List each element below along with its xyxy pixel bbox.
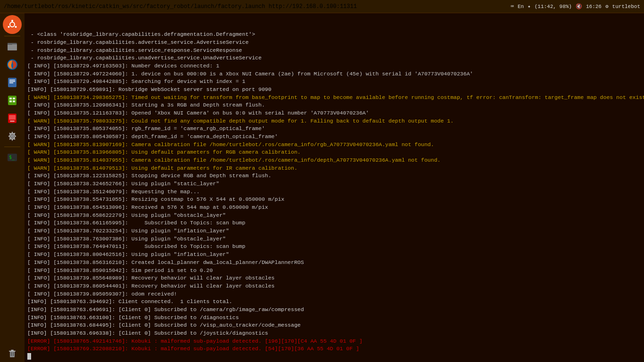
terminal-line: [ WARN] [1580138735.813907169]: Camera c…	[27, 141, 641, 149]
terminal-cursor-line	[27, 353, 641, 361]
sidebar-icon-files[interactable]	[3, 38, 22, 55]
terminal-line: [INFO] [1580138763.394692]: Client conne…	[27, 298, 641, 306]
terminal-line: [INFO] [1580138729.659891]: Rosbridge We…	[27, 86, 641, 94]
terminal-line: [ INFO] [1580138738.763007386]: Using pl…	[27, 235, 641, 243]
terminal-line: [ WARN] [1580138735.814079513]: Using de…	[27, 165, 641, 173]
svg-point-21	[10, 134, 14, 138]
terminal-line: [ INFO] [1580138738.702233254]: Using pl…	[27, 227, 641, 235]
sidebar-icon-libreoffice-calc[interactable]	[3, 92, 22, 109]
terminal-line: [ INFO] [1580138735.120986341]: Starting…	[27, 101, 641, 109]
terminal-line: [ INFO] [1580138739.855648989]: Recovery…	[27, 274, 641, 282]
terminal-line: [ WARN] [1580138735.813966805]: Using de…	[27, 148, 641, 156]
terminal-line: [INFO] [1580138763.649691]: [Client 0] S…	[27, 306, 641, 314]
sidebar: $_	[0, 13, 25, 362]
svg-rect-13	[8, 96, 17, 105]
svg-rect-17	[13, 100, 15, 102]
svg-rect-27	[11, 352, 12, 356]
terminal-line: [ INFO] [1580138739.895059307]: odom rec…	[27, 290, 641, 298]
mute-icon: 🔇	[576, 3, 582, 9]
sidebar-divider-2	[4, 147, 20, 147]
titlebar-title: /home/turtlebot/ros/kinetic/catkin_ws/sr…	[4, 3, 357, 10]
terminal-line: [ INFO] [1580138738.654513096]: Received…	[27, 204, 641, 212]
svg-rect-7	[8, 43, 12, 45]
terminal-line: [ INFO] [1580138729.498442885]: Searchin…	[27, 78, 641, 86]
svg-rect-24	[10, 351, 15, 357]
terminal-line: [ INFO] [1580138735.121163783]: Opened '…	[27, 109, 641, 117]
terminal-line: [ INFO] [1580138738.324652766]: Using pl…	[27, 180, 641, 188]
sidebar-icon-firefox[interactable]	[3, 56, 22, 73]
terminal-line: [ INFO] [1580138729.497163503]: Number d…	[27, 62, 641, 70]
titlebar: /home/turtlebot/ros/kinetic/catkin_ws/sr…	[0, 0, 644, 13]
svg-point-2	[11, 20, 13, 22]
terminal-line: - rosbridge_library.capabilities.service…	[27, 47, 641, 55]
terminal-window[interactable]: - <class 'rosbridge_library.capabilities…	[25, 13, 644, 362]
keyboard-icon: ⌨	[511, 3, 514, 9]
svg-point-4	[8, 26, 10, 28]
svg-rect-26	[11, 350, 14, 351]
terminal-cursor	[27, 353, 31, 360]
svg-rect-15	[13, 98, 15, 99]
terminal-line: [INFO] [1580138763.663100]: [Client 0] S…	[27, 314, 641, 322]
sidebar-icon-libreoffice-writer[interactable]	[3, 74, 22, 91]
battery-indicator: (11:42, 98%)	[535, 4, 572, 9]
settings-icon: ⚙	[605, 3, 609, 9]
terminal-line: [INFO] [1580138763.684495]: [Client 0] S…	[27, 321, 641, 329]
terminal-line: [ INFO] [1580138738.800462516]: Using pl…	[27, 251, 641, 259]
svg-rect-11	[9, 81, 15, 82]
terminal-line: [ INFO] [1580138738.661165995]: Subscrib…	[27, 219, 641, 227]
terminal-line: [ERROR] [1580138769.322088210]: Kobuki :…	[27, 345, 641, 353]
svg-point-3	[15, 26, 17, 28]
sidebar-divider-1	[4, 36, 20, 36]
terminal-line: [ INFO] [1580138738.351240079]: Requesti…	[27, 188, 641, 196]
clock: 16:26	[586, 4, 602, 9]
titlebar-right: ⌨ En ✦ (11:42, 98%) 🔇 16:26 ⚙ turtlebot	[511, 3, 640, 9]
terminal-line: [ WARN] [1580138735.798033275]: Could no…	[27, 117, 641, 125]
terminal-line: [ WARN] [1580138735.814037955]: Camera c…	[27, 156, 641, 165]
sidebar-icon-settings[interactable]	[3, 128, 22, 145]
sidebar-icon-terminal[interactable]: $_	[3, 149, 22, 166]
terminal-line: [ INFO] [1580138739.860544401]: Recovery…	[27, 282, 641, 290]
bluetooth-icon: ✦	[528, 3, 531, 9]
user-label: turtlebot	[612, 4, 640, 9]
lang-indicator: En	[518, 4, 524, 9]
terminal-line: [ INFO] [1580138738.764947011]: Subscrib…	[27, 243, 641, 251]
svg-rect-12	[9, 82, 13, 83]
terminal-line: - <class 'rosbridge_library.capabilities…	[27, 31, 641, 39]
terminal-line: - rosbridge_library.capabilities.unadver…	[27, 54, 641, 62]
svg-rect-10	[9, 80, 15, 81]
svg-rect-14	[9, 98, 12, 99]
terminal-output: - <class 'rosbridge_library.capabilities…	[25, 13, 644, 362]
svg-rect-28	[13, 352, 14, 356]
sidebar-icon-ubuntu[interactable]	[3, 15, 22, 34]
sidebar-icon-libreoffice-impress[interactable]	[3, 110, 22, 127]
terminal-line: [ INFO] [1580138729.497224060]: 1. devic…	[27, 70, 641, 78]
terminal-line: [ERROR] [1580138765.492141746]: Kobuki :…	[27, 337, 641, 346]
terminal-line: [ INFO] [1580138738.856316210]: Created …	[27, 259, 641, 267]
terminal-line: [ WARN] [1580138734.298365275]: Timed ou…	[27, 94, 641, 102]
terminal-line: [ INFO] [1580138738.122315825]: Stopping…	[27, 172, 641, 180]
svg-rect-16	[9, 100, 12, 102]
sidebar-icon-trash[interactable]	[3, 345, 22, 362]
svg-rect-6	[8, 44, 17, 50]
terminal-line: [ INFO] [1580138738.658622279]: Using pl…	[27, 212, 641, 220]
svg-rect-19	[9, 115, 16, 120]
terminal-line: [ INFO] [1580138738.554731055]: Resizing…	[27, 196, 641, 204]
svg-text:$_: $_	[9, 155, 15, 160]
svg-rect-20	[10, 121, 15, 122]
main-area: $_ - <class 'rosbridge_library.capabilit…	[0, 13, 644, 362]
terminal-line: [ INFO] [1580138735.805430587]: depth_fr…	[27, 133, 641, 141]
terminal-line: - rosbridge_library.capabilities.adverti…	[27, 39, 641, 47]
terminal-line: [INFO] [1580138763.696338]: [Client 0] S…	[27, 329, 641, 337]
svg-rect-25	[9, 351, 16, 352]
terminal-line: [ INFO] [1580138735.805374055]: rgb_fram…	[27, 125, 641, 133]
terminal-line: [ INFO] [1580138738.859015042]: Sim peri…	[27, 267, 641, 275]
